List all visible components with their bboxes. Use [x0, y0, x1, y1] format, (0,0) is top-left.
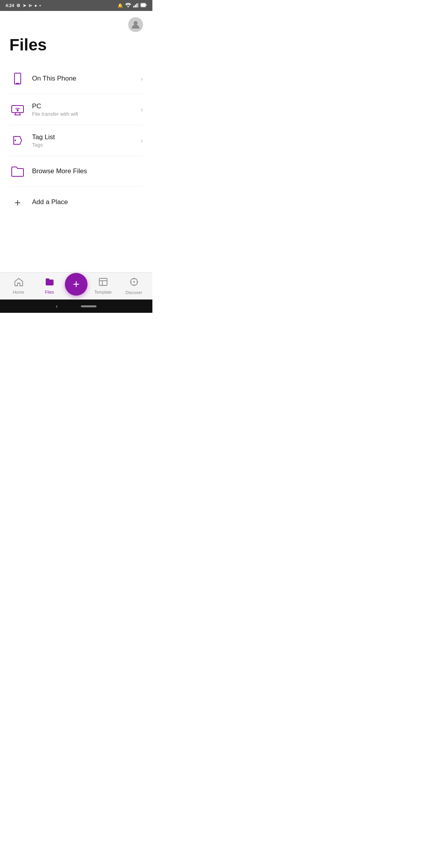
on-this-phone-title: On This Phone [32, 75, 134, 82]
list-item-on-this-phone[interactable]: On This Phone › [9, 63, 143, 94]
discover-icon [129, 277, 139, 289]
status-right: 🔔 [118, 3, 147, 8]
bottom-nav: Home Files + Template [0, 272, 152, 299]
tag-list-title: Tag List [32, 133, 134, 141]
home-icon [14, 278, 23, 289]
signal-icon [133, 3, 139, 8]
phone-icon [9, 70, 26, 87]
svg-rect-10 [12, 106, 23, 113]
status-time: 4:24 [5, 3, 14, 8]
folder-icon [9, 163, 26, 179]
avatar[interactable] [128, 17, 143, 32]
page-title: Files [9, 36, 143, 54]
tag-list-text: Tag List Tags [32, 133, 134, 148]
back-button[interactable]: ‹ [56, 303, 58, 309]
list-item-browse-more-files[interactable]: Browse More Files [9, 156, 143, 187]
system-nav-bar: ‹ [0, 299, 152, 313]
svg-rect-5 [146, 4, 147, 6]
tag-icon [9, 132, 26, 149]
status-bar: 4:24 ⚙ ➤ ⊳ ● • 🔔 [0, 0, 152, 11]
nav-item-discover[interactable]: Discover [118, 277, 149, 295]
plus-icon: ＋ [9, 194, 26, 210]
mute-icon: 🔔 [118, 3, 123, 8]
main-content: Files On This Phone › [0, 11, 152, 272]
home-indicator[interactable] [81, 305, 97, 307]
fab-plus-icon: + [73, 278, 80, 290]
send-icon: ➤ [23, 3, 26, 8]
nav-label-home: Home [13, 290, 24, 294]
wifi-monitor-icon [9, 101, 26, 118]
browse-more-files-title: Browse More Files [32, 167, 143, 175]
settings-icon: ⚙ [16, 3, 20, 8]
on-this-phone-text: On This Phone [32, 75, 134, 82]
browse-more-files-text: Browse More Files [32, 167, 143, 175]
nav-label-template: Template [94, 290, 112, 294]
chevron-right-icon-2: › [141, 106, 143, 114]
top-bar [9, 11, 143, 34]
list-item-tag-list[interactable]: Tag List Tags › [9, 125, 143, 156]
files-icon [45, 278, 54, 289]
fab-button[interactable]: + [65, 273, 88, 296]
svg-rect-2 [136, 4, 138, 7]
pc-subtitle: File transfer with wifi [32, 111, 134, 117]
tag-list-subtitle: Tags [32, 142, 134, 148]
nav-item-template[interactable]: Template [88, 278, 118, 294]
svg-point-15 [14, 140, 16, 141]
dot-icon: • [39, 3, 41, 8]
svg-point-7 [134, 21, 138, 25]
nav-label-files: Files [45, 290, 54, 294]
list-item-add-a-place[interactable]: ＋ Add a Place [9, 187, 143, 217]
svg-rect-8 [14, 73, 21, 84]
svg-point-20 [133, 281, 135, 283]
svg-rect-1 [135, 5, 136, 7]
add-a-place-title: Add a Place [32, 198, 143, 206]
svg-rect-16 [99, 278, 107, 285]
nav-item-files[interactable]: Files [34, 278, 65, 294]
chevron-right-icon: › [141, 75, 143, 83]
add-a-place-text: Add a Place [32, 198, 143, 206]
svg-rect-0 [133, 6, 134, 7]
template-icon [98, 278, 108, 289]
svg-rect-3 [138, 3, 139, 7]
navigation-icon: ⊳ [29, 3, 32, 8]
battery-icon [141, 3, 147, 8]
nav-label-discover: Discover [125, 290, 142, 295]
nav-item-home[interactable]: Home [3, 278, 34, 294]
list-item-pc[interactable]: PC File transfer with wifi › [9, 94, 143, 125]
wifi-icon [125, 3, 131, 8]
status-left: 4:24 ⚙ ➤ ⊳ ● • [5, 3, 41, 8]
svg-rect-6 [141, 4, 145, 7]
svg-point-14 [17, 110, 18, 111]
whatsapp-icon: ● [34, 3, 37, 8]
chevron-right-icon-3: › [141, 136, 143, 145]
pc-title: PC [32, 102, 134, 110]
pc-text: PC File transfer with wifi [32, 102, 134, 117]
